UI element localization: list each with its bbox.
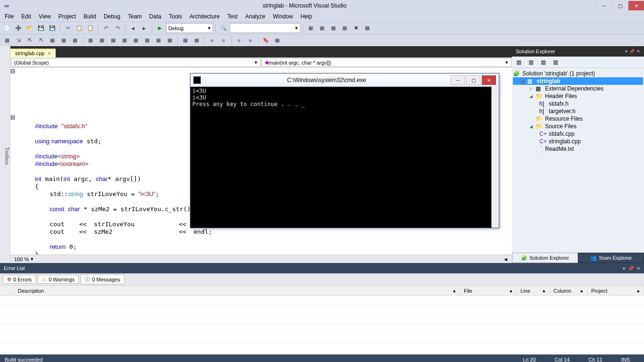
toolbar-icon[interactable]: ▦ [47, 35, 58, 46]
cmd-close-button[interactable]: ✕ [482, 75, 496, 85]
menu-tools[interactable]: Tools [165, 12, 186, 21]
outdent-icon[interactable]: ≡ [218, 35, 229, 46]
minimize-button[interactable]: ─ [596, 1, 612, 10]
toolbar-icon[interactable]: ▦ [328, 23, 339, 33]
toolbar-icon[interactable]: ▦ [317, 23, 327, 33]
comment-icon[interactable]: ≡ [234, 35, 244, 46]
toolbar-icon[interactable]: ▦ [2, 35, 12, 46]
redo-icon[interactable]: ↷ [112, 23, 123, 33]
close-tab-icon[interactable]: ✕ [47, 51, 51, 56]
member-dropdown[interactable]: ◆ main(int argc, char * argv[])▾ [262, 58, 512, 67]
dropdown-icon[interactable]: ▾ [623, 266, 625, 271]
messages-filter[interactable]: ⓘ0 Messages [81, 274, 124, 284]
menu-data[interactable]: Data [146, 12, 165, 21]
document-tab-stringlab[interactable]: stringlab.cpp ✕ [10, 49, 56, 58]
toolbox-tab[interactable]: Toolbox [0, 46, 10, 263]
toolbar-icon[interactable]: ✖ [351, 23, 361, 33]
dropdown-icon[interactable]: ▾ [625, 49, 627, 54]
zoom-level[interactable]: 100 % [14, 256, 29, 262]
menu-file[interactable]: File [1, 12, 17, 21]
uncomment-icon[interactable]: ≡ [245, 35, 256, 46]
solution-node[interactable]: 🧩Solution 'stringlab' (1 project) [513, 70, 643, 77]
find-icon[interactable]: 🔍 [218, 23, 229, 33]
toolbar-icon[interactable]: ▦ [108, 35, 118, 46]
error-list-grid[interactable]: Description▴ File▴ Line▴ Column▴ Project… [0, 286, 644, 354]
solution-config-select[interactable]: Debug▾ [166, 23, 213, 33]
menu-build[interactable]: Build [80, 12, 100, 21]
toolbar-icon[interactable]: ▦ [119, 35, 130, 46]
pin-icon[interactable]: 📌 [629, 49, 635, 54]
cmd-maximize-button[interactable]: ▢ [466, 75, 480, 85]
folder-header-files[interactable]: ◢📁Header Files [513, 92, 643, 100]
menu-test[interactable]: Test [223, 12, 241, 21]
cmd-output[interactable]: i<3U i<3U Press any key to continue . . … [190, 87, 491, 228]
col-file[interactable]: File▴ [460, 286, 517, 296]
file-stdafx-cpp[interactable]: C+stdafx.cpp [513, 130, 643, 138]
menu-analyze[interactable]: Analyze [241, 12, 269, 21]
show-all-files-icon[interactable]: ▦ [526, 58, 536, 67]
toolbar-icon[interactable]: ▦ [97, 35, 107, 46]
menu-team[interactable]: Team [124, 12, 145, 21]
bookmark-icon[interactable]: 🔖 [261, 35, 271, 46]
zoom-dropdown-icon[interactable]: ▾ [31, 256, 33, 262]
toolbar-icon[interactable]: ▦ [362, 23, 372, 33]
folder-resource-files[interactable]: 📁Resource Files [513, 115, 643, 123]
file-targetver-h[interactable]: h]targetver.h [513, 107, 643, 115]
copy-icon[interactable]: 📋 [74, 23, 84, 33]
toolbar-icon[interactable]: ▦ [339, 23, 350, 33]
close-panel-icon[interactable]: ✕ [636, 49, 640, 54]
step-out-icon[interactable]: ⇱ [36, 35, 46, 46]
find-combo[interactable]: ▾ [230, 23, 300, 33]
toolbar-icon[interactable]: ▦ [180, 35, 190, 46]
folder-external-deps[interactable]: ▷▦External Dependencies [513, 85, 643, 92]
col-column[interactable]: Column▴ [550, 286, 587, 296]
save-icon[interactable]: 💾 [36, 23, 46, 33]
cmd-scrollbar[interactable] [491, 87, 499, 228]
tab-team-explorer[interactable]: 👥 Team Explorer [578, 253, 644, 263]
close-button[interactable]: ✕ [628, 1, 644, 10]
col-icon[interactable] [0, 286, 14, 296]
project-node[interactable]: ◢▦stringlab [513, 77, 643, 85]
open-file-icon[interactable]: 📂 [25, 23, 35, 33]
toolbar-icon[interactable]: ▦ [58, 35, 69, 46]
file-stringlab-cpp[interactable]: C+stringlab.cpp [513, 138, 643, 145]
scope-dropdown[interactable]: (Global Scope)▾ [11, 58, 261, 67]
menu-window[interactable]: Window [269, 12, 297, 21]
toolbar-icon[interactable]: ▦ [131, 35, 141, 46]
menu-architecture[interactable]: Architecture [186, 12, 223, 21]
view-code-icon[interactable]: ▦ [551, 58, 560, 67]
new-project-icon[interactable]: 📄 [2, 23, 12, 33]
menu-view[interactable]: View [35, 12, 55, 21]
pin-icon[interactable]: 📌 [628, 266, 634, 271]
toolbar-icon[interactable]: ▦ [165, 35, 175, 46]
file-readme[interactable]: 📄ReadMe.txt [513, 145, 643, 153]
maximize-button[interactable]: ▢ [612, 1, 628, 10]
errors-filter[interactable]: ⊗0 Errors [3, 275, 36, 284]
step-into-icon[interactable]: ⇲ [13, 35, 24, 46]
col-line[interactable]: Line▴ [517, 286, 550, 296]
toolbar-icon[interactable]: ▦ [142, 35, 152, 46]
cmd-minimize-button[interactable]: ─ [451, 75, 465, 85]
add-item-icon[interactable]: ➕ [13, 23, 24, 33]
step-over-icon[interactable]: ⇱ [25, 35, 35, 46]
cmd-titlebar[interactable]: C:\Windows\system32\cmd.exe ─ ▢ ✕ [190, 74, 499, 87]
toolbar-icon[interactable]: ▦ [272, 35, 282, 46]
nav-fwd-icon[interactable]: ► [139, 23, 149, 33]
menu-help[interactable]: Help [297, 12, 316, 21]
folder-source-files[interactable]: ◢📁Source Files [513, 123, 643, 130]
nav-back-icon[interactable]: ◄ [128, 23, 138, 33]
paste-icon[interactable]: 📋 [85, 23, 96, 33]
save-all-icon[interactable]: 💾 [47, 23, 58, 33]
undo-icon[interactable]: ↶ [101, 23, 111, 33]
warnings-filter[interactable]: ⚠0 Warnings [38, 275, 79, 284]
menu-project[interactable]: Project [55, 12, 80, 21]
file-stdafx-h[interactable]: h]stdafx.h [513, 100, 643, 107]
col-description[interactable]: Description▴ [14, 286, 460, 296]
properties-icon[interactable]: ▦ [514, 58, 523, 67]
toolbar-icon[interactable]: ▦ [191, 35, 202, 46]
close-panel-icon[interactable]: ✕ [636, 266, 640, 271]
refresh-icon[interactable]: ▦ [538, 58, 548, 67]
tab-solution-explorer[interactable]: 🧩 Solution Explorer [512, 253, 578, 263]
toolbar-icon[interactable]: ▦ [153, 35, 164, 46]
toolbar-icon[interactable]: ▦ [305, 23, 316, 33]
